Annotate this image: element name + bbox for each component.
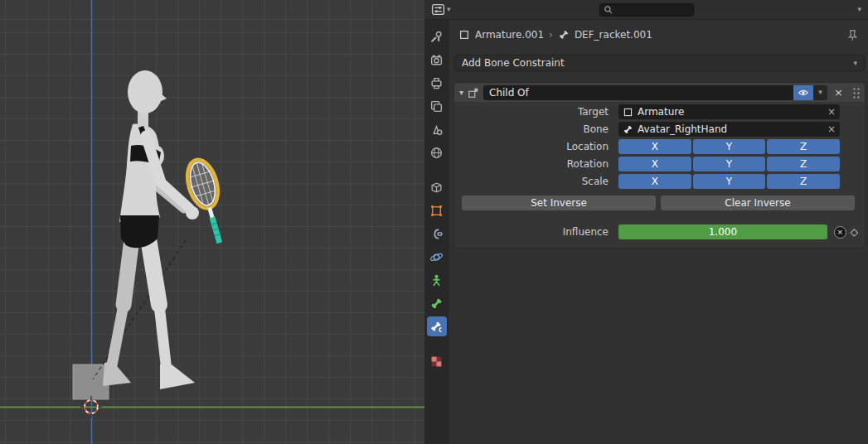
child-of-constraint-icon	[468, 87, 479, 99]
scale-x-button[interactable]: X	[618, 174, 691, 189]
world-icon	[429, 146, 444, 160]
influence-label: Influence	[459, 226, 618, 238]
rotation-row: Rotation X Y Z	[459, 157, 840, 171]
armature-data-icon	[429, 273, 444, 287]
tab-world[interactable]	[427, 142, 447, 162]
set-inverse-button[interactable]: Set Inverse	[462, 195, 656, 210]
scale-label: Scale	[459, 176, 618, 187]
rotation-z-button[interactable]: Z	[767, 157, 840, 171]
tab-bone-constraint[interactable]	[427, 316, 447, 336]
pin-icon[interactable]	[846, 29, 858, 41]
character-model[interactable]	[103, 70, 199, 389]
constraint-relationship-line	[93, 240, 186, 379]
physics-icon	[429, 250, 444, 264]
rotation-y-button[interactable]: Y	[693, 157, 766, 171]
bone-field[interactable]: Avatar_RightHand ×	[618, 122, 840, 137]
search-box[interactable]	[599, 3, 694, 17]
header-menu-chevron-icon[interactable]: ▾	[857, 6, 861, 13]
collection-icon	[429, 181, 444, 195]
influence-row: Influence 1.000 × ◇	[459, 224, 858, 239]
delete-constraint-button[interactable]: ×	[832, 87, 846, 98]
target-field[interactable]: Armature ×	[618, 104, 840, 119]
eye-icon	[798, 87, 809, 99]
tab-view-layer[interactable]	[427, 96, 447, 116]
constraint-extras-dropdown[interactable]: ▾	[813, 85, 827, 100]
bone-row: Bone Avatar_RightHand ×	[459, 122, 840, 137]
tab-texture[interactable]	[427, 351, 447, 371]
chevron-down-icon: ▾	[818, 89, 822, 96]
tool-icon	[429, 30, 444, 44]
target-label: Target	[459, 106, 618, 118]
clear-bone-icon[interactable]: ×	[827, 124, 836, 134]
location-x-button[interactable]: X	[618, 139, 691, 154]
render-icon	[429, 53, 444, 67]
add-bone-constraint-label: Add Bone Constraint	[462, 57, 565, 69]
tab-scene[interactable]	[427, 119, 447, 139]
rotation-label: Rotation	[459, 158, 618, 170]
location-y-button[interactable]: Y	[693, 139, 766, 154]
breadcrumb-object[interactable]: Armature.001	[475, 29, 544, 41]
bone-icon	[429, 297, 444, 311]
bone-label: Bone	[459, 123, 618, 135]
bone-icon	[558, 29, 570, 41]
tab-object[interactable]	[427, 200, 447, 220]
chevron-down-icon: ▾	[853, 60, 857, 67]
scale-z-button[interactable]: Z	[767, 174, 840, 189]
breadcrumb-separator: ›	[549, 30, 553, 40]
expand-chevron-icon[interactable]: ▾	[459, 89, 463, 97]
tab-bone[interactable]	[427, 293, 447, 313]
target-value: Armature	[638, 106, 823, 118]
viewport-scene	[0, 0, 424, 444]
tab-object-data[interactable]	[427, 270, 447, 290]
clear-animation-icon[interactable]: ×	[834, 226, 846, 239]
object-data-icon	[458, 29, 470, 41]
chevron-down-icon: ▾	[447, 6, 451, 13]
clear-inverse-button[interactable]: Clear Inverse	[661, 195, 855, 210]
scene-icon	[429, 123, 444, 137]
properties-editor-icon	[431, 2, 445, 17]
add-bone-constraint-button[interactable]: Add Bone Constraint ▾	[454, 55, 865, 71]
drag-handle[interactable]	[851, 86, 860, 99]
object-icon	[623, 107, 633, 118]
tennis-racket-model[interactable]	[182, 157, 233, 247]
tab-output[interactable]	[427, 73, 447, 93]
child-of-constraint-panel: ▾ Child Of ▾	[454, 83, 865, 248]
texture-icon	[429, 355, 444, 369]
search-icon	[604, 5, 613, 15]
tab-collection[interactable]	[427, 177, 447, 197]
object-icon	[429, 204, 444, 218]
3d-viewport[interactable]	[0, 0, 424, 444]
bone-constraint-icon	[429, 320, 444, 334]
view-layer-icon	[429, 99, 444, 113]
properties-header: ▾ ▾	[424, 0, 868, 20]
tab-physics[interactable]	[427, 247, 447, 267]
breadcrumb-bone[interactable]: DEF_racket.001	[575, 29, 652, 41]
scale-row: Scale X Y Z	[459, 174, 840, 189]
properties-tab-column	[424, 20, 449, 444]
tab-constraints[interactable]	[427, 224, 447, 244]
bone-icon	[623, 124, 633, 135]
constraint-name-group: Child Of ▾	[483, 85, 827, 100]
constraint-visibility-toggle[interactable]	[793, 85, 813, 100]
breadcrumb: Armature.001 › DEF_racket.001	[449, 20, 868, 45]
location-row: Location X Y Z	[459, 139, 840, 154]
tab-tool[interactable]	[427, 27, 447, 46]
output-icon	[429, 76, 444, 90]
clear-target-icon[interactable]: ×	[827, 107, 836, 117]
bone-value: Avatar_RightHand	[638, 123, 823, 135]
properties-panel: Armature.001 › DEF_racket.001 Add Bone C…	[449, 20, 868, 444]
target-row: Target Armature ×	[459, 104, 840, 119]
location-z-button[interactable]: Z	[767, 139, 840, 154]
influence-slider[interactable]: 1.000	[618, 224, 827, 239]
constraints-icon	[429, 227, 444, 241]
location-label: Location	[459, 141, 618, 152]
keyframe-diamond-icon[interactable]: ◇	[851, 227, 858, 237]
inverse-buttons-row: Set Inverse Clear Inverse	[462, 195, 855, 210]
influence-value: 1.000	[709, 226, 737, 238]
editor-type-button[interactable]: ▾	[431, 2, 451, 17]
scale-y-button[interactable]: Y	[693, 174, 766, 189]
search-input[interactable]	[617, 4, 690, 16]
rotation-x-button[interactable]: X	[618, 157, 691, 171]
constraint-name-field[interactable]: Child Of	[483, 85, 793, 100]
tab-render[interactable]	[427, 50, 447, 70]
